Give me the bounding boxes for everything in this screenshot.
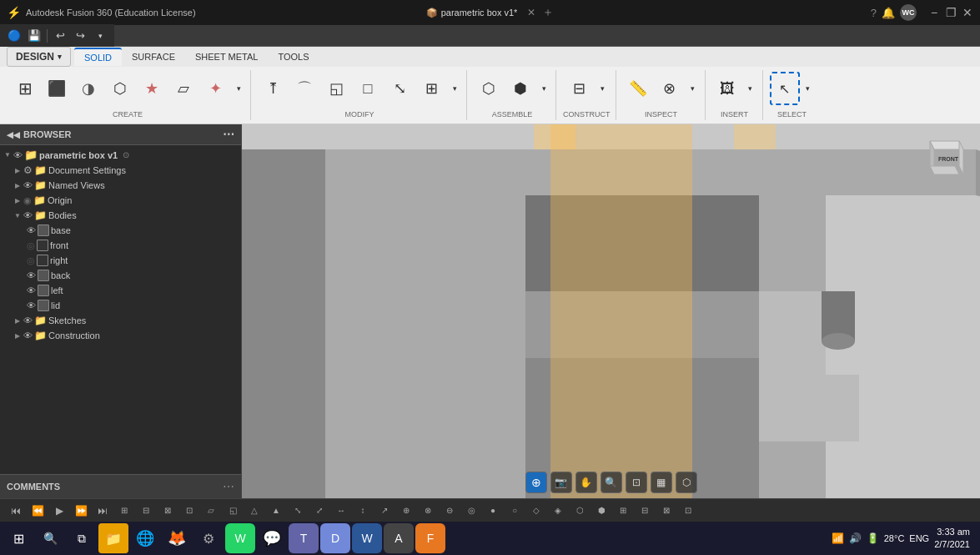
display-mode-btn[interactable]: ▦ xyxy=(651,472,672,493)
origin-eye-icon[interactable]: ◉ xyxy=(23,195,32,206)
visual-style-btn[interactable]: ⬡ xyxy=(676,472,697,493)
anim-tool-3[interactable]: ⊠ xyxy=(158,502,177,520)
press-pull-btn[interactable]: ⤒ xyxy=(258,72,288,105)
anim-tool-4[interactable]: ⊡ xyxy=(180,502,199,520)
undo-btn[interactable]: ↩ xyxy=(51,27,69,45)
tab-surface[interactable]: SURFACE xyxy=(122,48,185,65)
tab-sheetmetal[interactable]: SHEET METAL xyxy=(185,48,268,65)
zoom-window-btn[interactable]: ⊡ xyxy=(626,472,647,493)
comments-options-icon[interactable]: ⋯ xyxy=(223,480,234,493)
construct-more-btn[interactable]: ▾ xyxy=(596,72,609,105)
taskbar-whatsapp[interactable]: W xyxy=(225,523,255,553)
insert-more-btn[interactable]: ▾ xyxy=(744,72,757,105)
bell-icon[interactable]: 🔔 xyxy=(882,7,895,19)
anim-tool-9[interactable]: ⤡ xyxy=(289,502,307,520)
anim-tool-5[interactable]: ▱ xyxy=(202,502,220,520)
taskbar-discord[interactable]: D xyxy=(320,523,350,553)
bodies-eye-icon[interactable]: 👁 xyxy=(23,210,33,220)
shell-btn[interactable]: □ xyxy=(353,72,383,105)
pan-btn[interactable]: ✋ xyxy=(575,472,597,493)
tab-tools[interactable]: TOOLS xyxy=(268,48,319,65)
select-btn[interactable]: ↖ xyxy=(770,72,800,105)
anim-play-btn[interactable]: ▶ xyxy=(50,502,68,520)
tree-named-views[interactable]: ▶ 👁 📁 Named Views xyxy=(0,178,241,193)
taskbar-unknown[interactable]: A xyxy=(384,523,414,553)
modify-more-btn[interactable]: ▾ xyxy=(448,72,461,105)
tree-body-left[interactable]: 👁 left xyxy=(0,283,241,298)
taskbar-fusion[interactable]: F xyxy=(415,523,445,553)
anim-tool-11[interactable]: ↔ xyxy=(332,502,350,520)
restore-btn[interactable]: ❐ xyxy=(945,7,957,18)
anim-tool-21[interactable]: ◈ xyxy=(549,502,567,520)
tree-root[interactable]: ▼ 👁 📁 parametric box v1 ⊙ xyxy=(0,147,241,163)
anim-tool-22[interactable]: ⬡ xyxy=(570,502,589,520)
root-eye-icon[interactable]: 👁 xyxy=(13,150,23,160)
tree-document-settings[interactable]: ▶ ⚙ 📁 Document Settings xyxy=(0,163,241,178)
anim-next-btn[interactable]: ⏩ xyxy=(72,502,90,520)
inspect-more-btn[interactable]: ▾ xyxy=(686,72,700,105)
taskbar-chrome[interactable]: 🌐 xyxy=(130,523,160,553)
anim-tool-14[interactable]: ⊕ xyxy=(397,502,415,520)
anim-tool-10[interactable]: ⤢ xyxy=(310,502,329,520)
tree-body-back[interactable]: 👁 back xyxy=(0,268,241,283)
anim-tool-7[interactable]: △ xyxy=(245,502,264,520)
anim-tool-8[interactable]: ▲ xyxy=(267,502,285,520)
create-more-btn[interactable]: ▾ xyxy=(232,72,245,105)
anim-tool-16[interactable]: ⊖ xyxy=(440,502,459,520)
anim-prev-frame-btn[interactable]: ⏮ xyxy=(7,502,25,520)
new-component-btn[interactable]: ⊞ xyxy=(10,72,40,105)
new-tab-icon[interactable]: ＋ xyxy=(542,5,554,20)
save-btn[interactable]: 💾 xyxy=(25,27,43,45)
joint-btn[interactable]: ⬡ xyxy=(474,72,504,105)
tree-body-lid[interactable]: 👁 lid xyxy=(0,298,241,313)
anim-tool-17[interactable]: ◎ xyxy=(462,502,480,520)
left-eye-icon[interactable]: 👁 xyxy=(27,285,36,295)
tree-body-front[interactable]: ◎ front xyxy=(0,238,241,253)
start-btn[interactable]: ⊞ xyxy=(3,523,33,553)
select-more-btn[interactable]: ▾ xyxy=(802,72,815,105)
insert-image-btn[interactable]: 🖼 xyxy=(712,72,742,105)
tree-bodies[interactable]: ▼ 👁 📁 Bodies xyxy=(0,208,241,223)
camera-btn[interactable]: 📷 xyxy=(550,472,572,493)
measure-btn[interactable]: 📏 xyxy=(623,72,653,105)
loft-btn[interactable]: ★ xyxy=(137,72,167,105)
tree-origin[interactable]: ▶ ◉ 📁 Origin xyxy=(0,193,241,208)
root-visibility-icon[interactable]: ⊙ xyxy=(123,150,129,159)
lid-eye-icon[interactable]: 👁 xyxy=(27,300,36,310)
tab-solid[interactable]: SOLID xyxy=(74,48,122,66)
anim-tool-2[interactable]: ⊟ xyxy=(137,502,155,520)
viewport[interactable]: FRONT ⊕ 📷 ✋ 🔍 ⊡ xyxy=(242,124,980,498)
back-eye-icon[interactable]: 👁 xyxy=(27,270,36,280)
viewcube[interactable]: FRONT xyxy=(913,133,972,191)
search-btn[interactable]: 🔍 xyxy=(35,523,65,553)
taskbar-explorer[interactable]: 📁 xyxy=(98,523,128,553)
taskbar-word[interactable]: W xyxy=(352,523,382,553)
redo-btn[interactable]: ↪ xyxy=(71,27,89,45)
anim-tool-20[interactable]: ◇ xyxy=(527,502,545,520)
base-eye-icon[interactable]: 👁 xyxy=(27,225,36,235)
quickaccess-more-btn[interactable]: ▾ xyxy=(91,27,109,45)
close-btn[interactable]: ✕ xyxy=(962,7,973,18)
minimize-btn[interactable]: − xyxy=(928,7,940,18)
taskbar-settings[interactable]: ⚙ xyxy=(193,523,224,553)
taskbar-skype[interactable]: 💬 xyxy=(257,523,287,553)
fillet-btn[interactable]: ⌒ xyxy=(289,72,319,105)
design-button[interactable]: DESIGN ▾ xyxy=(7,47,71,67)
help-icon[interactable]: ? xyxy=(871,7,877,19)
anim-tool-1[interactable]: ⊞ xyxy=(115,502,133,520)
tree-body-right[interactable]: ◎ right xyxy=(0,253,241,268)
browser-collapse-icon[interactable]: ◀◀ xyxy=(7,130,20,139)
fit-btn[interactable]: ⊕ xyxy=(525,472,547,493)
anim-tool-19[interactable]: ○ xyxy=(505,502,524,520)
anim-tool-26[interactable]: ⊠ xyxy=(657,502,676,520)
anim-tool-23[interactable]: ⬢ xyxy=(592,502,611,520)
extrude-btn[interactable]: ⬛ xyxy=(42,72,72,105)
zoom-btn[interactable]: 🔍 xyxy=(601,472,622,493)
chamfer-btn[interactable]: ◱ xyxy=(321,72,351,105)
user-avatar[interactable]: WC xyxy=(900,4,917,21)
anim-tool-27[interactable]: ⊡ xyxy=(679,502,697,520)
rib-btn[interactable]: ▱ xyxy=(168,72,199,105)
as-built-btn[interactable]: ⬢ xyxy=(505,72,535,105)
tree-body-base[interactable]: 👁 base xyxy=(0,223,241,238)
named-views-eye-icon[interactable]: 👁 xyxy=(23,180,33,190)
